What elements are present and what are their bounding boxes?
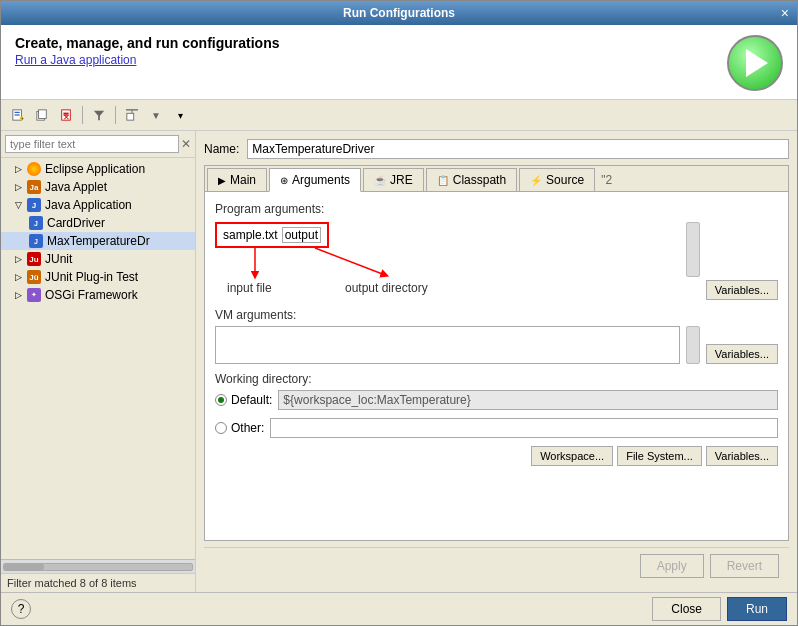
- name-label: Name:: [204, 142, 239, 156]
- tree-item-junit-plugin[interactable]: ▷ Jü JUnit Plug-in Test: [1, 268, 195, 286]
- radio-default-circle: [215, 394, 227, 406]
- run-button[interactable]: Run: [727, 597, 787, 621]
- default-dir-input: [278, 390, 778, 410]
- eclipse-icon: [27, 162, 41, 176]
- help-button[interactable]: ?: [11, 599, 31, 619]
- tree-item-eclipse[interactable]: ▷ Eclipse Application: [1, 160, 195, 178]
- tree-item-maxtemp[interactable]: J MaxTemperatureDr: [1, 232, 195, 250]
- sidebar: ✕ ▷ Eclipse Application ▷ Ja Java Applet…: [1, 131, 196, 592]
- osgi-icon: ✦: [27, 288, 41, 302]
- revert-button[interactable]: Revert: [710, 554, 779, 578]
- tab-more[interactable]: "2: [595, 169, 618, 191]
- close-button[interactable]: Close: [652, 597, 721, 621]
- scrollbar-track: [3, 563, 193, 571]
- tab-classpath[interactable]: 📋 Classpath: [426, 168, 517, 191]
- horizontal-scrollbar[interactable]: [1, 559, 195, 573]
- vm-scrollbar-v[interactable]: [686, 326, 700, 364]
- classpath-tab-icon: 📋: [437, 175, 449, 186]
- tree-item-osgi[interactable]: ▷ ✦ OSGi Framework: [1, 286, 195, 304]
- java-applet-icon: Ja: [27, 180, 41, 194]
- workdir-buttons: Workspace... File System... Variables...: [215, 446, 778, 466]
- apply-button[interactable]: Apply: [640, 554, 704, 578]
- tree-item-java-application[interactable]: ▽ J Java Application: [1, 196, 195, 214]
- java-application-icon: J: [27, 198, 41, 212]
- tab-arguments-label: Arguments: [292, 173, 350, 187]
- other-label: Other:: [231, 421, 264, 435]
- footer: ? Close Run: [1, 592, 797, 625]
- jre-tab-icon: ☕: [374, 175, 386, 186]
- filter-status: Filter matched 8 of 8 items: [1, 573, 195, 592]
- tab-jre[interactable]: ☕ JRE: [363, 168, 424, 191]
- filter-box: ✕: [1, 131, 195, 158]
- svg-text:input file: input file: [227, 281, 272, 295]
- args-scrollbar-v[interactable]: [686, 222, 700, 277]
- expand-icon: ▷: [13, 164, 23, 174]
- tab-jre-label: JRE: [390, 173, 413, 187]
- tab-main-label: Main: [230, 173, 256, 187]
- workdir-vars-button[interactable]: Variables...: [706, 446, 778, 466]
- workdir-default-row: Default:: [215, 390, 778, 410]
- expand-button[interactable]: ▼: [145, 104, 167, 126]
- expand-icon: ▽: [13, 200, 23, 210]
- window-title: Run Configurations: [343, 6, 455, 20]
- toolbar-separator: [82, 106, 83, 124]
- tab-more-label: "2: [601, 173, 612, 187]
- tab-main[interactable]: ▶ Main: [207, 168, 267, 191]
- program-args-section: Program arguments: sample.txt output: [215, 202, 778, 300]
- workdir-label: Working directory:: [215, 372, 778, 386]
- filter-input[interactable]: [5, 135, 179, 153]
- collapse-button[interactable]: [121, 104, 143, 126]
- footer-buttons: Close Run: [652, 597, 787, 621]
- run-configurations-window: Run Configurations × Create, manage, and…: [0, 0, 798, 626]
- junit-icon: Ju: [27, 252, 41, 266]
- tree-item-carddriver[interactable]: J CardDriver: [1, 214, 195, 232]
- vm-args-textarea[interactable]: [215, 326, 680, 364]
- duplicate-button[interactable]: [31, 104, 53, 126]
- radio-default[interactable]: Default:: [215, 393, 272, 407]
- tree-item-label: Eclipse Application: [45, 162, 145, 176]
- tree-item-java-applet[interactable]: ▷ Ja Java Applet: [1, 178, 195, 196]
- title-bar: Run Configurations ×: [1, 1, 797, 25]
- expand-icon: ▷: [13, 290, 23, 300]
- tree-item-junit[interactable]: ▷ Ju JUnit: [1, 250, 195, 268]
- run-icon-button[interactable]: [727, 35, 783, 91]
- new-config-button[interactable]: +: [7, 104, 29, 126]
- play-arrow-icon: [746, 49, 768, 77]
- tab-source-label: Source: [546, 173, 584, 187]
- close-window-button[interactable]: ×: [781, 5, 789, 21]
- tab-arguments[interactable]: ⊛ Arguments: [269, 168, 361, 192]
- header-subtitle[interactable]: Run a Java application: [15, 53, 280, 67]
- header-text: Create, manage, and run configurations R…: [15, 35, 280, 67]
- toolbar-separator-2: [115, 106, 116, 124]
- main-content: ✕ ▷ Eclipse Application ▷ Ja Java Applet…: [1, 131, 797, 592]
- tree: ▷ Eclipse Application ▷ Ja Java Applet ▽…: [1, 158, 195, 559]
- name-input[interactable]: [247, 139, 789, 159]
- radio-other[interactable]: Other:: [215, 421, 264, 435]
- other-dir-input[interactable]: [270, 418, 778, 438]
- filesystem-button[interactable]: File System...: [617, 446, 702, 466]
- workspace-button[interactable]: Workspace...: [531, 446, 613, 466]
- apply-revert-bar: Apply Revert: [204, 547, 789, 584]
- tree-item-label: Java Applet: [45, 180, 107, 194]
- filter-button[interactable]: [88, 104, 110, 126]
- view-menu-button[interactable]: ▾: [169, 104, 191, 126]
- vm-row: Variables...: [215, 326, 778, 364]
- program-vars-button[interactable]: Variables...: [706, 280, 778, 300]
- vm-vars-button[interactable]: Variables...: [706, 344, 778, 364]
- right-panel: Name: ▶ Main ⊛ Arguments ☕ JRE: [196, 131, 797, 592]
- help-icon: ?: [18, 602, 25, 616]
- expand-icon: ▷: [13, 272, 23, 282]
- output-dir-arg: output: [282, 227, 321, 243]
- svg-rect-12: [127, 113, 134, 120]
- delete-button[interactable]: ✕: [55, 104, 77, 126]
- expand-icon: ▷: [13, 254, 23, 264]
- junit-plugin-icon: Jü: [27, 270, 41, 284]
- maxtemp-icon: J: [29, 234, 43, 248]
- svg-marker-11: [94, 111, 104, 120]
- svg-rect-6: [39, 110, 47, 119]
- toolbar: + ✕ ▼ ▾: [1, 100, 797, 131]
- svg-text:+: +: [21, 115, 24, 121]
- tab-source[interactable]: ⚡ Source: [519, 168, 595, 191]
- filter-clear-button[interactable]: ✕: [181, 137, 191, 151]
- carddriver-icon: J: [29, 216, 43, 230]
